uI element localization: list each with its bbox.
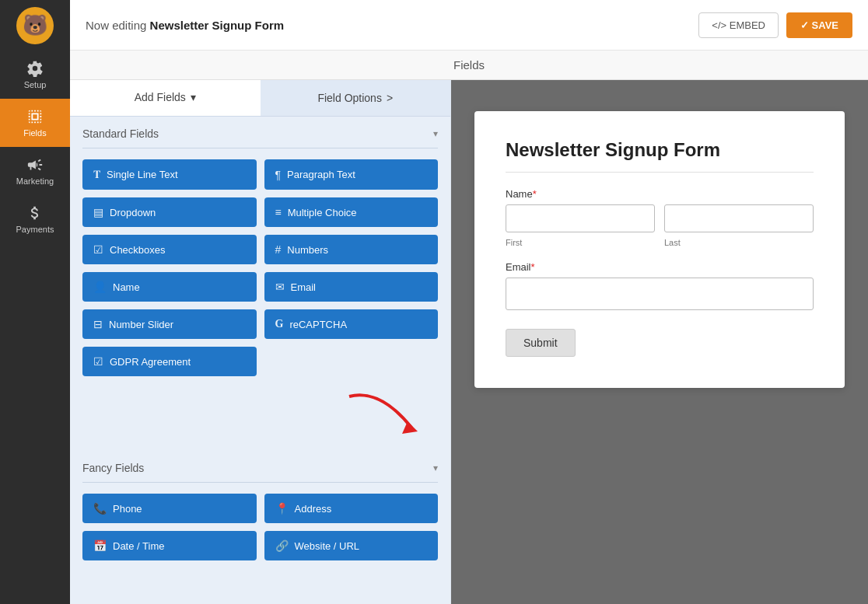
gdpr-icon: ☑: [93, 355, 103, 368]
checkboxes-label: Checkboxes: [110, 244, 166, 256]
field-btn-single-line-text[interactable]: 𝐓 Single Line Text: [82, 159, 257, 190]
name-required-star: *: [533, 188, 537, 200]
phone-icon: 📞: [93, 502, 107, 515]
fields-icon: [26, 108, 44, 125]
email-label-text: Email: [506, 261, 531, 273]
field-btn-email[interactable]: ✉ Email: [264, 272, 439, 302]
standard-fields-chevron: ▾: [433, 128, 438, 139]
email-field-label: Email*: [506, 261, 814, 273]
embed-button[interactable]: </> EMBED: [698, 12, 779, 38]
field-btn-numbers[interactable]: # Numbers: [264, 235, 439, 264]
last-name-input[interactable]: [664, 204, 814, 232]
left-panel: Add Fields ▾ Field Options > Standard Fi…: [70, 80, 451, 604]
fields-header: Fields: [70, 51, 868, 80]
field-btn-phone[interactable]: 📞 Phone: [82, 494, 257, 523]
sidebar-item-setup-label: Setup: [24, 80, 47, 89]
field-btn-gdpr-agreement[interactable]: ☑ GDPR Agreement: [82, 347, 257, 376]
name-label-text: Name: [506, 188, 533, 200]
sidebar-item-fields[interactable]: Fields: [0, 99, 70, 147]
name-icon: 👤: [93, 281, 107, 293]
sidebar-item-setup[interactable]: Setup: [0, 51, 70, 99]
content-area: Fields Add Fields ▾ Field Options >: [70, 51, 868, 604]
email-icon: ✉: [275, 281, 285, 293]
address-icon: 📍: [275, 502, 289, 515]
number-slider-label: Number Slider: [109, 319, 173, 330]
save-button[interactable]: ✓ SAVE: [786, 12, 852, 38]
field-btn-address[interactable]: 📍 Address: [264, 494, 439, 523]
sidebar-item-marketing[interactable]: Marketing: [0, 147, 70, 195]
fancy-fields-chevron: ▾: [433, 463, 438, 473]
paragraph-text-label: Paragraph Text: [287, 169, 355, 180]
main-content: Now editing Newsletter Signup Form </> E…: [70, 0, 868, 604]
field-btn-website-url[interactable]: 🔗 Website / URL: [264, 531, 439, 560]
date-time-label: Date / Time: [113, 540, 164, 552]
name-field-group: Name* First Last: [506, 188, 814, 247]
website-url-label: Website / URL: [295, 540, 360, 552]
field-btn-name[interactable]: 👤 Name: [82, 272, 257, 302]
tab-add-fields-label: Add Fields: [135, 91, 186, 103]
tab-add-fields[interactable]: Add Fields ▾: [70, 80, 261, 116]
logo: 🐻: [0, 0, 70, 51]
recaptcha-label: reCAPTCHA: [289, 319, 347, 330]
first-sublabel: First: [506, 238, 655, 247]
first-name-input[interactable]: [506, 204, 655, 232]
field-btn-number-slider[interactable]: ⊟ Number Slider: [82, 309, 257, 339]
fancy-fields-grid: 📞 Phone 📍 Address 📅 Date / Time 🔗 Websit…: [70, 494, 450, 573]
multiple-choice-icon: ≡: [275, 206, 282, 218]
field-btn-date-time[interactable]: 📅 Date / Time: [82, 531, 257, 560]
field-btn-dropdown[interactable]: ▤ Dropdown: [82, 197, 257, 227]
field-btn-checkboxes[interactable]: ☑ Checkboxes: [82, 235, 257, 264]
header-actions: </> EMBED ✓ SAVE: [698, 12, 852, 38]
multiple-choice-label: Multiple Choice: [288, 207, 357, 218]
fields-header-label: Fields: [453, 58, 485, 72]
email-field-group: Email*: [506, 261, 814, 310]
numbers-label: Numbers: [287, 244, 328, 256]
gear-icon: [26, 60, 44, 77]
form-preview-title: Newsletter Signup Form: [506, 139, 814, 173]
date-time-icon: 📅: [93, 539, 107, 552]
email-input[interactable]: [506, 278, 814, 310]
form-submit-button[interactable]: Submit: [506, 329, 576, 357]
field-btn-multiple-choice[interactable]: ≡ Multiple Choice: [264, 197, 439, 227]
payments-icon: [26, 204, 44, 222]
single-line-text-icon: 𝐓: [93, 168, 100, 181]
gdpr-label: GDPR Agreement: [110, 356, 191, 368]
phone-label: Phone: [113, 503, 142, 515]
checkboxes-icon: ☑: [93, 243, 103, 256]
tab-field-options-chevron: >: [387, 92, 393, 104]
header: Now editing Newsletter Signup Form </> E…: [70, 0, 868, 51]
marketing-icon: [26, 156, 44, 173]
field-btn-recaptcha[interactable]: G reCAPTCHA: [264, 309, 439, 339]
single-line-text-label: Single Line Text: [107, 169, 178, 180]
fancy-fields-header[interactable]: Fancy Fields ▾: [70, 451, 450, 482]
right-panel: Newsletter Signup Form Name* First Last: [451, 80, 868, 604]
name-label: Name: [113, 281, 140, 293]
tabs: Add Fields ▾ Field Options >: [70, 80, 450, 117]
tab-field-options-label: Field Options: [317, 92, 381, 104]
standard-fields-header[interactable]: Standard Fields ▾: [70, 117, 450, 148]
sidebar: 🐻 Setup Fields Marketing Payments: [0, 0, 70, 604]
sidebar-item-payments[interactable]: Payments: [0, 195, 70, 243]
fancy-fields-divider: [82, 482, 438, 483]
form-preview: Newsletter Signup Form Name* First Last: [474, 111, 845, 388]
tab-field-options[interactable]: Field Options >: [261, 80, 451, 116]
arrow-annotation: [334, 389, 427, 443]
number-slider-icon: ⊟: [93, 318, 103, 330]
address-label: Address: [295, 503, 332, 515]
standard-fields-title: Standard Fields: [82, 127, 159, 140]
email-label: Email: [291, 281, 317, 293]
website-url-icon: 🔗: [275, 539, 289, 552]
content-body: Add Fields ▾ Field Options > Standard Fi…: [70, 80, 868, 604]
recaptcha-icon: G: [275, 318, 284, 330]
dropdown-label: Dropdown: [110, 207, 156, 218]
standard-fields-grid: 𝐓 Single Line Text ¶ Paragraph Text ▤ Dr…: [70, 159, 450, 389]
fancy-fields-title: Fancy Fields: [82, 462, 144, 474]
paragraph-text-icon: ¶: [275, 169, 282, 181]
email-required-star: *: [531, 261, 535, 273]
brand-logo: 🐻: [16, 7, 54, 44]
svg-marker-0: [402, 421, 418, 434]
numbers-icon: #: [275, 243, 282, 256]
field-btn-paragraph-text[interactable]: ¶ Paragraph Text: [264, 159, 439, 190]
sidebar-item-fields-label: Fields: [23, 128, 46, 138]
name-sublabels: First Last: [506, 236, 814, 247]
